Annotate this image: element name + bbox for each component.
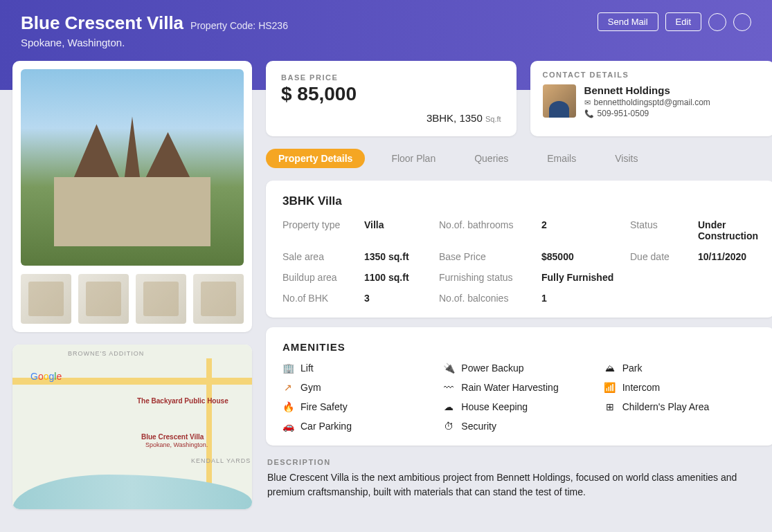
phone-icon: 📞 bbox=[584, 109, 594, 118]
prev-circle-button[interactable] bbox=[708, 13, 726, 31]
next-circle-button[interactable] bbox=[733, 13, 751, 31]
amenity-item: ↗Gym bbox=[282, 382, 436, 393]
contact-phone[interactable]: 📞509-951-0509 bbox=[584, 109, 710, 118]
map-area-2: KENDALL YARDS bbox=[191, 457, 251, 464]
thumbnail-row bbox=[21, 274, 244, 324]
header-actions: Send Mail Edit bbox=[598, 12, 751, 31]
amenity-icon: 🔌 bbox=[443, 363, 454, 374]
detail-label bbox=[630, 293, 692, 304]
amenity-icon: ↗ bbox=[282, 382, 294, 393]
amenity-label: Park bbox=[622, 363, 643, 374]
map-poi: The Backyard Public House bbox=[137, 397, 228, 405]
amenity-label: Intercom bbox=[622, 382, 660, 393]
map-card[interactable]: Google BROWNE'S ADDITION The Backyard Pu… bbox=[12, 345, 252, 509]
tab-floor-plan[interactable]: Floor Plan bbox=[379, 149, 448, 168]
detail-label: No.of. bathrooms bbox=[439, 219, 536, 241]
detail-value: 1100 sq.ft bbox=[364, 272, 433, 283]
google-logo: Google bbox=[30, 371, 62, 382]
main-container: Google BROWNE'S ADDITION The Backyard Pu… bbox=[0, 61, 772, 523]
description-label: DESCRIPTION bbox=[267, 458, 772, 466]
detail-value: Villa bbox=[364, 219, 433, 241]
detail-value bbox=[698, 272, 758, 283]
detail-value: 3 bbox=[364, 293, 433, 304]
map-area-1: BROWNE'S ADDITION bbox=[68, 350, 144, 357]
header-left: Blue Crescent Villa Property Code: HS236… bbox=[21, 12, 288, 48]
price-sub-main: 3BHK, 1350 bbox=[427, 112, 483, 124]
description-text: Blue Crescent Villa is the next ambitiou… bbox=[267, 470, 772, 499]
send-mail-button[interactable]: Send Mail bbox=[598, 12, 658, 31]
amenity-item: ☁House Keeping bbox=[443, 401, 597, 412]
description-section: DESCRIPTION Blue Crescent Villa is the n… bbox=[266, 455, 772, 502]
amenities-grid: 🏢Lift🔌Power Backup⛰Park↗Gym〰Rain Water H… bbox=[282, 363, 758, 432]
tab-visits[interactable]: Visits bbox=[602, 149, 650, 168]
amenity-label: Power Backup bbox=[461, 363, 523, 374]
amenity-item: 〰Rain Water Harvesting bbox=[443, 382, 597, 393]
property-title: Blue Crescent Villa bbox=[21, 12, 183, 34]
details-title: 3BHK Villa bbox=[282, 194, 758, 208]
detail-value: $85000 bbox=[541, 251, 625, 262]
amenity-icon: ⏱ bbox=[443, 421, 454, 432]
contact-body: Bennett Holdings ✉bennettholdingsptd@gma… bbox=[543, 84, 763, 118]
detail-label: Due date bbox=[630, 251, 692, 262]
detail-value: Under Construction bbox=[698, 219, 758, 241]
detail-value: 10/11/2020 bbox=[698, 251, 758, 262]
price-value: $ 85,000 bbox=[281, 83, 501, 105]
email-icon: ✉ bbox=[584, 98, 591, 107]
property-location: Spokane, Washington. bbox=[21, 37, 288, 48]
amenity-label: Rain Water Harvesting bbox=[461, 382, 558, 393]
map[interactable]: Google BROWNE'S ADDITION The Backyard Pu… bbox=[12, 345, 252, 509]
contact-name: Bennett Holdings bbox=[584, 84, 710, 96]
right-column: BASE PRICE $ 85,000 3BHK, 1350 Sq.ft CON… bbox=[266, 61, 772, 509]
detail-value: Fully Furnished bbox=[541, 272, 625, 283]
detail-value: 1350 sq.ft bbox=[364, 251, 433, 262]
amenity-icon: 🏢 bbox=[282, 363, 294, 374]
price-label: BASE PRICE bbox=[281, 73, 501, 82]
contact-email[interactable]: ✉bennettholdingsptd@gmail.com bbox=[584, 98, 710, 107]
amenity-item: 🔌Power Backup bbox=[443, 363, 597, 374]
edit-button[interactable]: Edit bbox=[665, 12, 701, 31]
amenity-icon: ⊞ bbox=[604, 401, 616, 412]
detail-value: 1 bbox=[541, 293, 625, 304]
amenity-label: Fire Safety bbox=[300, 401, 348, 412]
details-card: 3BHK Villa Property typeVillaNo.of. bath… bbox=[266, 181, 772, 318]
map-marker-sub: Spokane, Washington. bbox=[145, 441, 208, 448]
tab-property-details[interactable]: Property Details bbox=[266, 149, 365, 168]
main-property-image[interactable] bbox=[21, 69, 244, 266]
thumbnail-2[interactable] bbox=[78, 274, 129, 324]
amenity-item: 📶Intercom bbox=[604, 382, 758, 393]
detail-label: Buildup area bbox=[282, 272, 359, 283]
contact-label: CONTACT DETAILS bbox=[543, 71, 763, 79]
thumbnail-1[interactable] bbox=[21, 274, 71, 324]
detail-label: Furnishing status bbox=[439, 272, 536, 283]
amenity-label: Childern's Play Area bbox=[622, 401, 710, 412]
detail-label: No.of BHK bbox=[282, 293, 359, 304]
amenity-label: Car Parking bbox=[300, 421, 352, 432]
contact-avatar[interactable] bbox=[543, 84, 576, 118]
detail-label: Status bbox=[630, 219, 692, 241]
amenity-item: ⏱Security bbox=[443, 421, 597, 432]
amenity-label: Security bbox=[461, 421, 496, 432]
price-card: BASE PRICE $ 85,000 3BHK, 1350 Sq.ft bbox=[266, 61, 517, 136]
amenity-item: 🔥Fire Safety bbox=[282, 401, 436, 412]
thumbnail-3[interactable] bbox=[136, 274, 186, 324]
amenity-icon: ☁ bbox=[443, 401, 454, 412]
amenity-icon: 🔥 bbox=[282, 401, 294, 412]
amenity-label: House Keeping bbox=[461, 401, 528, 412]
details-grid: Property typeVillaNo.of. bathrooms2Statu… bbox=[282, 219, 758, 304]
amenity-label: Gym bbox=[300, 382, 321, 393]
detail-label: Property type bbox=[282, 219, 359, 241]
title-row: Blue Crescent Villa Property Code: HS236 bbox=[21, 12, 288, 34]
tabs: Property Details Floor Plan Queries Emai… bbox=[266, 146, 772, 171]
amenity-icon: ⛰ bbox=[604, 363, 616, 374]
top-cards: BASE PRICE $ 85,000 3BHK, 1350 Sq.ft CON… bbox=[266, 61, 772, 136]
amenity-icon: 📶 bbox=[604, 382, 616, 393]
amenity-item: 🏢Lift bbox=[282, 363, 436, 374]
amenity-icon: 〰 bbox=[443, 382, 454, 393]
amenity-label: Lift bbox=[300, 363, 314, 374]
detail-label: No.of. balconies bbox=[439, 293, 536, 304]
tab-emails[interactable]: Emails bbox=[535, 149, 589, 168]
thumbnail-4[interactable] bbox=[193, 274, 244, 324]
detail-value: 2 bbox=[541, 219, 625, 241]
tab-queries[interactable]: Queries bbox=[462, 149, 521, 168]
contact-info: Bennett Holdings ✉bennettholdingsptd@gma… bbox=[584, 84, 710, 118]
